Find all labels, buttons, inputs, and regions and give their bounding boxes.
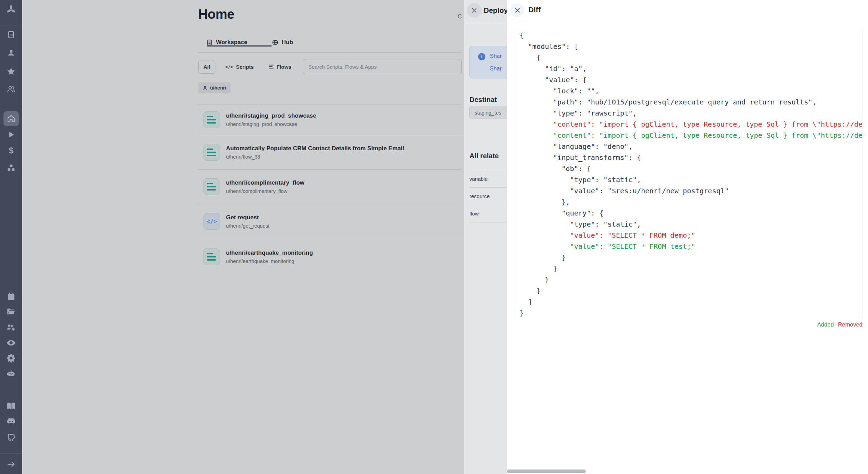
diff-line: "query": { xyxy=(520,208,862,219)
diff-drawer-title: Diff xyxy=(528,6,541,14)
diff-line-removed: "content": "import { pgClient, type Reso… xyxy=(520,119,862,130)
diff-legend: Added Removed xyxy=(817,321,862,328)
diff-line-added: "content": "import { pgClient, type Reso… xyxy=(520,130,862,141)
diff-code-viewer[interactable]: { "modules": [ { "id": "a", "value": { "… xyxy=(514,28,862,319)
app-root: $ xyxy=(0,0,868,474)
legend-added: Added xyxy=(817,321,834,328)
diff-line: }, xyxy=(520,196,862,208)
divider xyxy=(507,21,868,21)
diff-line: "value": { xyxy=(520,74,862,85)
diff-line: } xyxy=(520,252,862,263)
horizontal-scrollbar-thumb[interactable] xyxy=(507,469,586,473)
diff-line: { xyxy=(520,52,862,63)
diff-line: "language": "deno", xyxy=(520,141,862,152)
diff-line: { xyxy=(520,30,862,41)
diff-line: "type": "static", xyxy=(520,219,862,230)
diff-line: "type": "rawscript", xyxy=(520,108,862,119)
diff-line: "value": "$res:u/henri/new_postgresql" xyxy=(520,185,862,196)
diff-line: "lock": "", xyxy=(520,85,862,96)
diff-line: } xyxy=(520,285,862,296)
diff-line: "modules": [ xyxy=(520,41,862,52)
diff-line: } xyxy=(520,307,862,319)
diff-close-button[interactable] xyxy=(510,3,524,17)
diff-line: "path": "hub/1015/postgresql/execute_que… xyxy=(520,96,862,108)
diff-line-added: "value": "SELECT * FROM test;" xyxy=(520,241,862,252)
diff-line-removed: "value": "SELECT * FROM demo;" xyxy=(520,230,862,241)
legend-removed: Removed xyxy=(838,321,862,328)
diff-line: "db": { xyxy=(520,163,862,174)
diff-line: "id": "a", xyxy=(520,63,862,74)
diff-line: "input_transforms": { xyxy=(520,152,862,163)
diff-line: "type": "static", xyxy=(520,174,862,185)
diff-line: } xyxy=(520,263,862,274)
diff-drawer: Diff { "modules": [ { "id": "a", "value"… xyxy=(507,0,868,474)
diff-line: ] xyxy=(520,296,862,307)
diff-line: } xyxy=(520,274,862,285)
